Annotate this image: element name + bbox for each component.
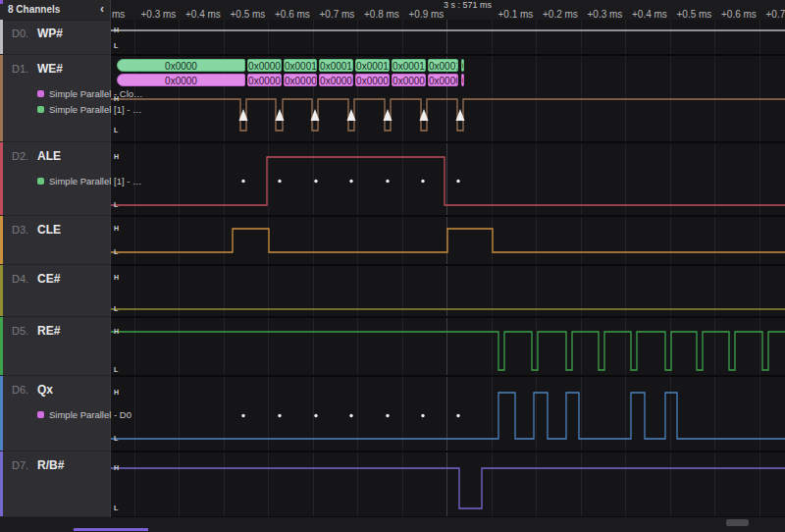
tick-label: +0.6 ms <box>721 9 757 20</box>
edge-arrow-icon <box>456 109 465 121</box>
row-separator <box>0 264 785 266</box>
channel-name: RE# <box>37 324 60 338</box>
major-time-label: 3 s : 571 ms <box>444 0 492 10</box>
channel-color-strip <box>0 142 3 215</box>
low-marker: L <box>114 42 118 50</box>
low-marker: L <box>114 201 118 209</box>
analyzer-item[interactable]: Simple Parallel - Clo… <box>37 84 143 96</box>
data-bubble[interactable]: 0x0000 <box>247 74 282 86</box>
row-separator <box>0 215 785 217</box>
data-bubble[interactable]: 0x0000 <box>392 74 426 86</box>
hscrollbar[interactable] <box>0 517 785 532</box>
data-bubble[interactable]: 0x0000 <box>319 74 353 86</box>
low-marker: L <box>114 435 118 443</box>
tick-label: +0.6 ms <box>275 9 310 20</box>
sample-dot <box>278 180 281 183</box>
edge-arrow-icon <box>347 109 356 121</box>
channel-row-Qx[interactable]: D6.QxSimple Parallel - D0 <box>0 376 110 452</box>
channel-row-CLE[interactable]: D3.CLE <box>0 216 110 265</box>
high-marker: H <box>114 274 119 282</box>
channel-color-strip <box>0 216 3 264</box>
channel-row-R/B#[interactable]: D7.R/B# <box>0 452 110 517</box>
gridline <box>492 20 493 517</box>
sample-dot <box>349 180 352 183</box>
edge-arrow-icon <box>239 109 248 121</box>
data-bubble[interactable]: 0x0001 <box>392 59 426 72</box>
channel-color-strip <box>0 265 3 316</box>
channel-name: CE# <box>37 272 60 286</box>
low-marker: L <box>114 305 118 313</box>
edge-arrow-icon <box>276 109 285 121</box>
channel-row-RE#[interactable]: D5.RE# <box>0 317 110 376</box>
data-bubble[interactable]: 0x0000 <box>461 74 464 86</box>
channel-color-strip <box>0 20 3 54</box>
timeline-ruler[interactable]: 3 s : 571 ms ms +0.3 ms+0.4 ms+0.5 ms+0.… <box>0 0 785 21</box>
gridline <box>581 20 582 517</box>
row-separator <box>0 54 785 56</box>
channel-name: ALE <box>37 149 61 163</box>
channels-panel: 8 Channels ‹ D0.WP#D1.WE#Simple Parallel… <box>0 0 111 517</box>
scrollbar-thumb[interactable] <box>726 519 749 526</box>
channel-row-WP#[interactable]: D0.WP# <box>0 20 110 55</box>
channel-name: WE# <box>37 62 63 76</box>
channel-name: WP# <box>37 27 63 40</box>
data-bubble[interactable]: 0x0000 <box>284 74 317 86</box>
gridline <box>224 20 225 517</box>
sample-dot <box>241 180 244 183</box>
data-bubble[interactable]: 0x0000 <box>247 59 282 72</box>
row-separator <box>0 316 785 318</box>
waveform-path-RE# <box>110 332 785 370</box>
chevron-left-icon[interactable]: ‹ <box>100 2 104 16</box>
low-marker: L <box>114 505 118 512</box>
data-bubble[interactable]: 0x0000 <box>355 74 390 86</box>
low-marker: L <box>114 248 118 256</box>
sample-dot <box>314 180 317 183</box>
channel-row-CE#[interactable]: D4.CE# <box>0 265 110 317</box>
data-bubble[interactable]: 0x0000 <box>428 74 458 86</box>
tick-label: +0.4 ms <box>632 9 667 20</box>
data-bubble[interactable]: 0x0001 <box>428 59 458 72</box>
channels-title: 8 Channels <box>8 4 60 15</box>
waveform-path-Qx <box>110 393 785 439</box>
row-separator <box>0 141 785 143</box>
channel-row-WE#[interactable]: D1.WE#Simple Parallel - Clo…Simple Paral… <box>0 55 110 142</box>
analyzer-item[interactable]: Simple Parallel [1] - … <box>37 172 142 184</box>
gridline <box>759 20 760 517</box>
sample-dot <box>386 180 389 183</box>
channel-name: CLE <box>37 223 61 237</box>
gridline <box>402 20 403 517</box>
data-bubble[interactable]: 0x0001 <box>319 59 353 72</box>
channel-name: R/B# <box>37 458 64 472</box>
data-bubble[interactable]: 0x0000 <box>461 59 464 72</box>
gridline <box>268 20 269 517</box>
gridline <box>670 20 671 517</box>
channel-number: D5. <box>12 325 28 337</box>
analyzer-item[interactable]: Simple Parallel [1] - … <box>37 100 142 112</box>
analyzer-color-swatch <box>37 90 44 97</box>
tick-label: +0.3 ms <box>588 9 623 20</box>
analyzer-label: Simple Parallel [1] - … <box>49 104 142 115</box>
tick-label: +0.5 ms <box>231 9 266 20</box>
channel-row-ALE[interactable]: D2.ALESimple Parallel [1] - … <box>0 142 110 216</box>
high-marker: H <box>114 225 119 233</box>
data-bubble[interactable]: 0x0001 <box>284 59 317 72</box>
channel-color-strip <box>0 55 3 141</box>
high-marker: H <box>114 464 119 472</box>
channel-color-strip <box>0 317 3 375</box>
channel-number: D7. <box>12 459 28 471</box>
pan-indicator[interactable] <box>74 528 148 531</box>
analyzer-item[interactable]: Simple Parallel - D0 <box>37 405 131 417</box>
sample-dot <box>278 414 281 417</box>
high-marker: H <box>114 153 119 161</box>
sample-dot <box>456 414 459 417</box>
gridline <box>179 20 180 517</box>
major-division-gridline <box>446 20 447 517</box>
edge-arrow-icon <box>420 109 429 121</box>
data-bubble[interactable]: 0x0000 <box>117 59 245 72</box>
tick-label: +0.2 ms <box>543 9 578 20</box>
row-separator <box>0 375 785 377</box>
tick-label: +0.1 ms <box>498 9 534 20</box>
tick-label: +0.7 ms <box>320 9 355 20</box>
edge-arrow-icon <box>384 109 392 121</box>
data-bubble[interactable]: 0x0001 <box>355 59 390 72</box>
